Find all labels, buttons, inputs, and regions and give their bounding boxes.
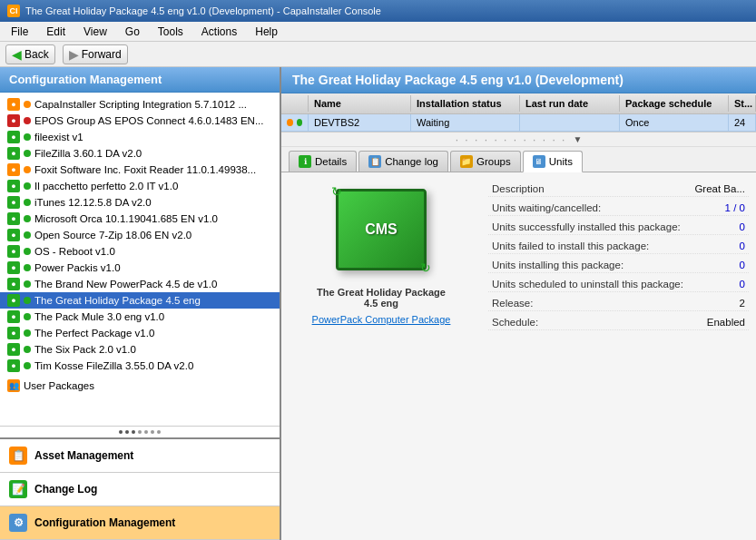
tree-item[interactable]: ● The Pack Mule 3.0 eng v1.0 [0,309,280,325]
package-icon: ● [7,261,20,274]
tree-item[interactable]: ● Il pacchetto perfetto 2.0 IT v1.0 [0,178,280,194]
col-header-schedule: Package schedule [620,95,729,112]
info-label: Units successfully installed this packag… [492,221,681,232]
tree-item[interactable]: ● Open Source 7-Zip 18.06 EN v2.0 [0,227,280,243]
tab-changelog[interactable]: 📋 Change log [358,151,448,172]
back-arrow-icon: ◀ [12,47,22,62]
col-header-extra: St... [729,95,756,112]
scroll-dot [144,430,148,434]
scroll-dot [151,430,154,434]
info-value: Great Ba... [694,183,745,194]
units-info-panel: Description Great Ba... Units waiting/ca… [481,172,756,540]
back-label: Back [25,48,49,61]
info-label: Units scheduled to uninstall this packag… [492,279,683,290]
info-value: 0 [709,260,745,270]
tab-changelog-label: Change log [385,156,438,167]
tab-details[interactable]: ℹ Details [289,151,357,172]
title-bar: CI The Great Holiday Package 4.5 eng v1.… [0,0,756,22]
units-content: ↻ CMS ↻ The Great Holiday Package4.5 eng… [281,172,756,540]
package-icon: ● [7,180,20,192]
menu-actions[interactable]: Actions [194,24,244,40]
tree-item[interactable]: ● EPOS Group AS EPOS Connect 4.6.0.1483 … [0,113,280,129]
status-dot [24,362,31,369]
left-panel-header: Configuration Management [0,67,280,93]
row-icon-green [297,119,303,126]
menu-edit[interactable]: Edit [39,24,73,40]
changelog-tab-icon: 📋 [368,155,381,168]
status-dot [24,231,31,239]
tree-item[interactable]: ● iTunes 12.12.5.8 DA v2.0 [0,194,280,211]
tab-units-label: Units [549,156,573,167]
nav-changelog-label: Change Log [34,483,97,496]
tree-container[interactable]: ● CapaInstaller Scripting Integration 5.… [0,93,280,426]
tree-item-user-packages[interactable]: 👥 User Packages [0,378,280,394]
units-image-area: ↻ CMS ↻ The Great Holiday Package4.5 eng… [281,172,481,540]
col-header-lastrun: Last run date [520,95,620,112]
cms-box: ↻ CMS ↻ [336,189,427,270]
change-log-icon: 📝 [9,480,27,498]
info-row-release: Release: 2 [488,296,749,311]
status-dot [24,150,31,157]
right-panel: The Great Holiday Package 4.5 eng v1.0 (… [281,67,756,540]
info-row-uninstall: Units scheduled to uninstall this packag… [488,277,749,292]
forward-label: Forward [82,48,122,61]
info-value: 0 [709,279,745,290]
title-bar-text: The Great Holiday Package 4.5 eng v1.0 (… [25,5,381,16]
info-value: 0 [709,241,745,251]
groups-tab-icon: 📁 [460,155,473,168]
package-icon: ● [7,229,20,241]
status-dot [24,182,31,190]
tab-units[interactable]: 🖥 Units [523,151,583,172]
menu-tools[interactable]: Tools [151,24,191,40]
tree-item[interactable]: ● Foxit Software Inc. Foxit Reader 11.0.… [0,162,280,178]
menu-help[interactable]: Help [248,24,285,40]
tree-item[interactable]: ● Tim Kosse FileZilla 3.55.0 DA v2.0 [0,358,280,374]
tree-item-label: The Six Pack 2.0 v1.0 [34,344,136,355]
tree-item[interactable]: ● The Perfect Package v1.0 [0,325,280,341]
expand-icon[interactable]: ▼ [573,134,582,144]
details-tab-icon: ℹ [299,155,311,168]
tree-item[interactable]: ● Microsoft Orca 10.1.19041.685 EN v1.0 [0,211,280,227]
table-header: Name Installation status Last run date P… [281,93,756,114]
asset-management-icon: 📋 [9,447,27,465]
status-dot [24,101,31,108]
info-row-failed: Units failed to install this package: 0 [488,239,749,254]
package-icon: ● [7,147,20,160]
info-label: Description [492,183,545,194]
scroll-dot [138,430,142,434]
row-extra: 24 [729,114,756,131]
package-type-link[interactable]: PowerPack Computer Package [312,314,451,325]
tree-item-label: CapaInstaller Scripting Integration 5.7.… [34,99,247,110]
package-icon: ● [7,212,20,225]
menu-view[interactable]: View [76,24,114,40]
menu-go[interactable]: Go [118,24,147,40]
info-label: Release: [492,298,533,309]
cms-arrows-bottomright: ↻ [420,260,431,275]
forward-button[interactable]: ▶ Forward [63,44,128,64]
units-tab-icon: 🖥 [533,155,545,168]
status-dot [24,280,31,288]
tree-item[interactable]: ● Power Packis v1.0 [0,260,280,276]
info-row-description: Description Great Ba... [488,182,749,197]
tree-item[interactable]: ● The Brand New PowerPack 4.5 de v1.0 [0,276,280,292]
tree-item-label: Power Packis v1.0 [34,262,121,273]
tree-item[interactable]: ● FileZilla 3.60.1 DA v2.0 [0,145,280,162]
tree-item-selected[interactable]: ● The Great Holiday Package 4.5 eng [0,292,280,309]
sep-dots: · · · · · · · · · · · · [456,133,567,146]
nav-asset-management[interactable]: 📋 Asset Management [0,439,280,473]
tree-item-label: EPOS Group AS EPOS Connect 4.6.0.1483 EN… [34,115,264,126]
tree-item-label: fileexist v1 [34,132,83,142]
tree-item-label: iTunes 12.12.5.8 DA v2.0 [34,197,152,208]
nav-change-log[interactable]: 📝 Change Log [0,473,280,506]
tab-groups[interactable]: 📁 Groups [450,151,521,172]
tree-item[interactable]: ● The Six Pack 2.0 v1.0 [0,341,280,358]
menu-file[interactable]: File [4,24,35,40]
nav-configuration-management[interactable]: ⚙ Configuration Management [0,506,280,540]
tree-item[interactable]: ● fileexist v1 [0,129,280,145]
tree-item[interactable]: ● OS - Reboot v1.0 [0,243,280,260]
package-icon: ● [7,327,20,339]
back-button[interactable]: ◀ Back [5,44,55,64]
table-row[interactable]: DEVTBS2 Waiting Once 24 [281,114,756,132]
tree-item[interactable]: ● CapaInstaller Scripting Integration 5.… [0,96,280,113]
package-icon: ● [7,245,20,258]
